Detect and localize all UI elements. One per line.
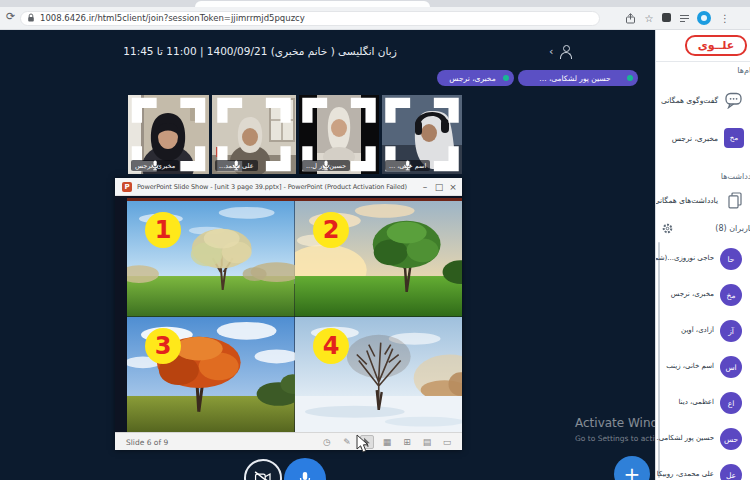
private-chat-label: مخبری، نرجس <box>672 134 718 143</box>
profile-avatar[interactable] <box>697 11 711 25</box>
close-button[interactable]: × <box>446 180 460 194</box>
share-icon[interactable] <box>622 10 638 26</box>
user-name: حسین پور لشکامی... <box>656 434 714 442</box>
user-list-item[interactable]: حس حسین پور لشکامی... <box>656 422 750 458</box>
slide-count: Slide 6 of 9 <box>126 438 168 447</box>
user-name: اعظمی، دینا <box>656 398 714 406</box>
users-section-header: کاربران (8) <box>656 220 750 238</box>
users-panel-toggle[interactable]: ‹ <box>549 44 575 60</box>
mic-icon <box>215 160 258 171</box>
chat-icon <box>725 92 743 109</box>
webcam-name-label: علی محمد... <box>215 160 258 171</box>
mic-icon <box>385 160 430 171</box>
pen-icon[interactable]: ✎ <box>340 435 354 449</box>
mic-icon <box>297 470 313 480</box>
avatar: آز <box>720 320 742 342</box>
talking-indicator-label: حسین پور لشکامی، ... <box>539 74 610 83</box>
session-title: زبان انگلیسی ( خانم مخبری) 1400/09/21 | … <box>120 45 400 57</box>
user-name: آزادی، آوین <box>656 326 714 334</box>
microphone-button[interactable] <box>284 458 326 480</box>
powerpoint-statusbar: Slide 6 of 9 ◷ ✎ ▦ ⊞ ▤ ▭ <box>115 432 462 450</box>
webcam-tile[interactable]: اسم خانی، ... <box>382 95 462 174</box>
browser-toolbar: ⟳ 1008.6426.ir/html5client/join?sessionT… <box>0 7 750 30</box>
browser-tabstrip <box>0 0 750 7</box>
powerpoint-window-title: PowerPoint Slide Show - [unit 3 page 39.… <box>137 183 419 191</box>
season-number-badge: 2 <box>313 212 349 248</box>
user-list-item[interactable]: اس اسم خانی، زینب <box>656 350 750 386</box>
user-name: اسم خانی، زینب <box>656 362 714 370</box>
actions-plus-button[interactable]: + <box>614 456 650 480</box>
talking-dot-icon <box>503 75 509 81</box>
messages-section-label: پیام‌ها <box>737 66 750 75</box>
user-name: علی محمدی، روبیکا <box>656 470 714 478</box>
reload-icon[interactable]: ⟳ <box>6 10 15 23</box>
webcam-name-label: اسم خانی، ... <box>385 160 430 171</box>
season-number-badge: 1 <box>145 212 181 248</box>
see-all-slides-icon[interactable]: ▦ <box>380 435 394 449</box>
divider <box>656 61 750 62</box>
talking-indicator[interactable]: مخبری، نرجس <box>437 70 514 86</box>
avatar: اع <box>720 392 742 414</box>
user-list-item[interactable]: آز آزادی، آوین <box>656 314 750 350</box>
browser-menu-icon[interactable]: ⋮ <box>717 10 733 26</box>
webcam-name-label: حسین پور ل... <box>302 160 350 171</box>
bookmark-star-icon[interactable]: ☆ <box>641 10 657 26</box>
users-count-label: کاربران (8) <box>715 224 750 233</box>
private-chat-item[interactable]: مخ مخبری، نرجس <box>656 125 750 151</box>
user-list-item[interactable]: عل علی محمدی، روبیکا <box>656 458 750 480</box>
webcam-tile[interactable]: حسین پور ل... <box>299 95 379 174</box>
season-number-badge: 3 <box>145 328 181 364</box>
avatar: حس <box>720 428 742 450</box>
gear-icon[interactable] <box>661 222 674 235</box>
subtitles-icon[interactable]: ▤ <box>420 435 434 449</box>
screen: ⟳ 1008.6426.ir/html5client/join?sessionT… <box>0 0 750 480</box>
talking-dot-icon <box>627 75 633 81</box>
mic-icon <box>302 160 350 171</box>
user-list-item[interactable]: مخ مخبری، نرجس <box>656 278 750 314</box>
display-settings-icon[interactable]: ▭ <box>440 435 454 449</box>
webcam-name-label: مخبری، نرجس <box>131 160 179 171</box>
timer-icon[interactable]: ◷ <box>320 435 334 449</box>
talking-indicator[interactable]: حسین پور لشکامی، ... <box>518 70 638 86</box>
notes-icon <box>727 192 743 209</box>
slide-area: 1 2 3 4 <box>115 196 462 432</box>
mic-icon <box>131 160 179 171</box>
zoom-icon[interactable]: ⊞ <box>400 435 414 449</box>
user-list-item[interactable]: حا حاجی نوروزی...(شما) <box>656 242 750 278</box>
powerpoint-window[interactable]: P PowerPoint Slide Show - [unit 3 page 3… <box>115 178 462 450</box>
minimize-button[interactable]: – <box>418 180 432 194</box>
user-name: مخبری، نرجس <box>656 290 714 298</box>
avatar: اس <box>720 356 742 378</box>
powerpoint-titlebar[interactable]: P PowerPoint Slide Show - [unit 3 page 3… <box>115 178 462 196</box>
public-chat-item[interactable]: گفت‌وگوی همگانی <box>656 88 750 114</box>
avatar: مخ <box>720 284 742 306</box>
url-bar[interactable]: 1008.6426.ir/html5client/join?sessionTok… <box>20 11 600 26</box>
school-logo: علــوی <box>685 35 747 56</box>
maximize-button[interactable]: □ <box>432 180 446 194</box>
shared-notes-item[interactable]: یادداشت‌های همگانی <box>656 188 750 214</box>
mouse-cursor <box>356 434 369 453</box>
sidebar: علــوی پیام‌ها گفت‌وگوی همگانی مخ مخبری،… <box>655 30 750 480</box>
shared-notes-label: یادداشت‌های همگانی <box>655 196 718 205</box>
camera-off-button[interactable] <box>244 459 282 480</box>
person-icon <box>559 45 571 58</box>
lock-icon <box>27 13 35 23</box>
chevron-left-icon: ‹ <box>549 45 553 58</box>
talking-indicator-label: مخبری، نرجس <box>449 74 495 83</box>
url-text: 1008.6426.ir/html5client/join?sessionTok… <box>40 13 305 23</box>
public-chat-label: گفت‌وگوی همگانی <box>661 96 718 105</box>
notes-section-label: یادداشت‌ها <box>721 172 750 181</box>
camera-off-icon <box>254 471 272 480</box>
side-panel-icon[interactable] <box>676 10 692 26</box>
user-list-item[interactable]: اع اعظمی، دینا <box>656 386 750 422</box>
avatar: مخ <box>724 128 744 148</box>
webcam-tile[interactable]: مخبری، نرجس <box>128 95 209 174</box>
avatar: حا <box>720 248 742 270</box>
webcam-tile[interactable]: علی محمد... <box>212 95 296 174</box>
powerpoint-app-icon: P <box>122 182 132 192</box>
extension-icon[interactable] <box>662 13 671 22</box>
avatar: عل <box>720 464 742 480</box>
user-name: حاجی نوروزی...(شما) <box>656 254 714 262</box>
season-number-badge: 4 <box>313 328 349 364</box>
